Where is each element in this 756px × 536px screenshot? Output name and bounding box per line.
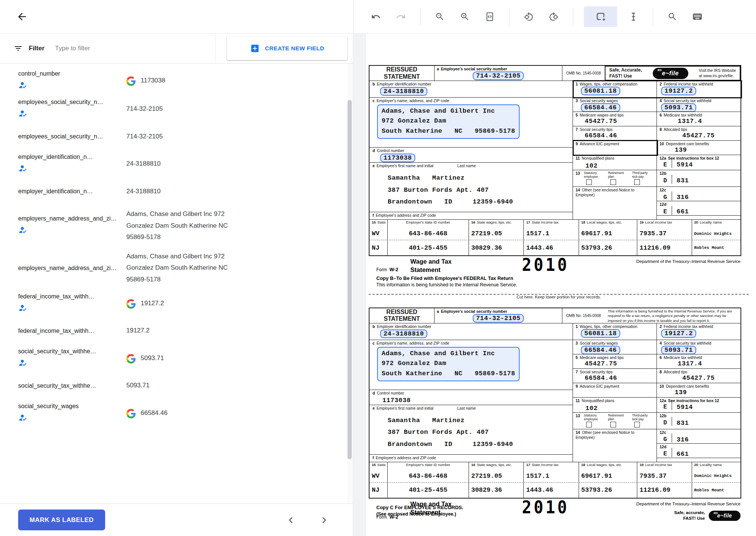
box4-annotation[interactable]: 5093.71	[661, 103, 696, 112]
filter-icon	[14, 44, 23, 53]
state-row: NJ 401-25-455 30829.36 1443.46 53793.26 …	[369, 240, 740, 255]
omb-number: OMB No. 1545-0008	[562, 66, 605, 81]
mark-as-labeled-button[interactable]: MARK AS LABELED	[18, 510, 105, 530]
state-row: WV 643-86-468 27219.05 1517.1 69617.91 7…	[369, 227, 740, 240]
redo-button[interactable]	[392, 8, 410, 25]
create-new-field-button[interactable]: CREATE NEW FIELD	[227, 37, 347, 60]
add-bounding-box-button[interactable]	[584, 6, 617, 27]
box1-annotation[interactable]: 56081.18	[581, 329, 620, 338]
google-icon	[126, 409, 136, 418]
google-icon	[126, 76, 136, 86]
state-row: WV 643-86-468 27219.05 1517.1 69617.91 7…	[369, 470, 740, 483]
field-row[interactable]: employees_social_security_n… 714-32-2105	[0, 95, 353, 123]
state-tax-table: 15State Employer's state ID number 16Sta…	[369, 219, 740, 255]
reissued-statement-label: REISSUEDSTATEMENT	[369, 66, 435, 81]
field-row[interactable]: employer_identification_n… 24-3188810	[0, 178, 353, 205]
third-party-sick-pay-checkbox[interactable]	[634, 179, 640, 185]
employer-address-annotation[interactable]: Adams, Chase and Gilbert Inc 972 Gonzale…	[377, 347, 520, 381]
w2-form-copy-b: REISSUEDSTATEMENT aEmployee's social sec…	[369, 65, 741, 256]
selection-box-9[interactable]	[573, 140, 658, 156]
box3-annotation[interactable]: 66584.46	[581, 103, 620, 112]
next-document-button[interactable]	[318, 514, 330, 526]
person-check-icon	[18, 109, 27, 120]
ssn-label: Employee's social security number	[441, 67, 507, 71]
selection-box-1-2[interactable]	[573, 80, 742, 98]
rotate-ccw-button[interactable]	[520, 8, 537, 25]
text-select-button[interactable]	[625, 8, 642, 25]
fit-width-button[interactable]	[481, 8, 498, 25]
header-left	[0, 0, 353, 33]
filter-bar: Filter CREATE NEW FIELD	[0, 34, 353, 64]
state-tax-table: 15State Employer's state ID number 16Sta…	[369, 462, 740, 498]
text-select-icon	[629, 12, 638, 22]
field-row[interactable]: employers_name_address_and_zi… Adams, Ch…	[0, 205, 353, 247]
irs-efile-logo: IRSe~file	[653, 68, 688, 79]
box13-checkboxes: 13 Statutory employee Retirement plan Th…	[573, 413, 657, 429]
google-icon	[126, 354, 136, 364]
field-value: Adams, Chase and Gilbert Inc 972 Gonzale…	[126, 251, 246, 286]
field-row[interactable]: employees_social_security_n… 714-32-2105	[0, 123, 353, 150]
fields-panel: Filter CREATE NEW FIELD control_number	[0, 34, 353, 536]
box12-filler	[657, 458, 740, 462]
box4-ss-tax: 4Social security tax withheld5093.71	[657, 98, 740, 112]
field-list-scrollbar-thumb[interactable]	[348, 100, 352, 459]
field-row[interactable]: employer_identification_n… 24-3188810	[0, 150, 353, 178]
field-row[interactable]: social_security_wages 66584.46	[0, 399, 353, 427]
w2-form-copy-c: REISSUEDSTATEMENT aEmployee's social sec…	[369, 308, 741, 499]
box11-nonqualified: 11Nonqualified plans102	[573, 155, 657, 170]
box2-annotation[interactable]: 19127.2	[661, 329, 696, 338]
zoom-out-button[interactable]	[431, 8, 449, 25]
ein-annotation[interactable]: 24-3188810	[380, 329, 427, 338]
keyboard-shortcuts-button[interactable]	[689, 8, 706, 25]
arrow-back-icon	[16, 11, 28, 22]
employer-address-annotation[interactable]: Adams, Chase and Gilbert Inc 972 Gonzale…	[377, 104, 520, 139]
box2-federal-tax: 2Federal income tax withheld19127.2	[657, 323, 740, 340]
ssn-annotation[interactable]: 714-32-2105	[473, 314, 524, 323]
field-list-scrollbar-track	[347, 64, 352, 503]
control-number-annotation[interactable]: 1173038	[380, 154, 415, 162]
field-name: employees_social_security_n…	[18, 133, 126, 140]
field-row[interactable]: social_security_tax_withhe… 5093.71	[0, 373, 353, 399]
field-value: 19127.2	[126, 325, 149, 337]
box12a: 12aSee instructions for box 12E5914	[657, 155, 740, 170]
panel-footer: MARK AS LABELED	[0, 503, 353, 536]
redo-icon	[396, 12, 406, 22]
retirement-plan-checkbox[interactable]	[610, 422, 616, 427]
box14-other: 14Other (see enclosed Notice to Employee…	[573, 429, 657, 462]
person-check-icon	[18, 303, 27, 314]
previous-document-button[interactable]	[285, 514, 297, 526]
field-row[interactable]: control_number 1173038	[0, 67, 353, 95]
box3-annotation[interactable]: 66584.46	[581, 346, 620, 354]
undo-button[interactable]	[367, 8, 385, 25]
viewer-gutter	[354, 34, 366, 536]
person-check-icon	[18, 81, 27, 91]
box6-medicare-tax: 6Medicare tax withheld1317.4	[657, 112, 740, 126]
ein-annotation[interactable]: 24-3188810	[380, 87, 427, 96]
person-check-icon	[18, 413, 27, 424]
statutory-employee-checkbox[interactable]	[586, 422, 592, 427]
field-name: social_security_tax_withhe…	[18, 382, 126, 389]
field-name: social_security_wages	[18, 403, 126, 410]
toolbar-separator	[653, 8, 653, 25]
search-icon	[668, 12, 677, 22]
filter-input[interactable]	[55, 45, 180, 52]
field-row[interactable]: federal_income_tax_withh… 19127.2	[0, 289, 353, 318]
employee-address-label: Employee's address and ZIP code	[376, 213, 436, 218]
zoom-in-button[interactable]	[456, 8, 473, 25]
zoom-in-icon	[460, 12, 470, 22]
third-party-sick-pay-checkbox[interactable]	[634, 422, 640, 427]
field-row[interactable]: employers_name_address_and_zi… Adams, Ch…	[0, 247, 353, 289]
ssn-annotation[interactable]: 714-32-2105	[473, 71, 524, 80]
field-value: Adams, Chase and Gilbert Inc 972 Gonzale…	[126, 208, 246, 243]
box4-annotation[interactable]: 5093.71	[661, 346, 696, 354]
field-row[interactable]: federal_income_tax_withh… 19127.2	[0, 318, 353, 344]
control-number-label: Control number	[377, 148, 404, 153]
irs-furnishing-notice: This information is being furnished to t…	[605, 308, 740, 323]
field-row[interactable]: social_security_tax_withhe… 5093.71	[0, 344, 353, 373]
back-button[interactable]	[14, 8, 30, 25]
box14-other: 14Other (see enclosed Notice to Employee…	[573, 187, 657, 219]
retirement-plan-checkbox[interactable]	[610, 179, 616, 185]
statutory-employee-checkbox[interactable]	[586, 179, 592, 185]
rotate-cw-button[interactable]	[545, 8, 562, 25]
search-button[interactable]	[664, 8, 681, 25]
